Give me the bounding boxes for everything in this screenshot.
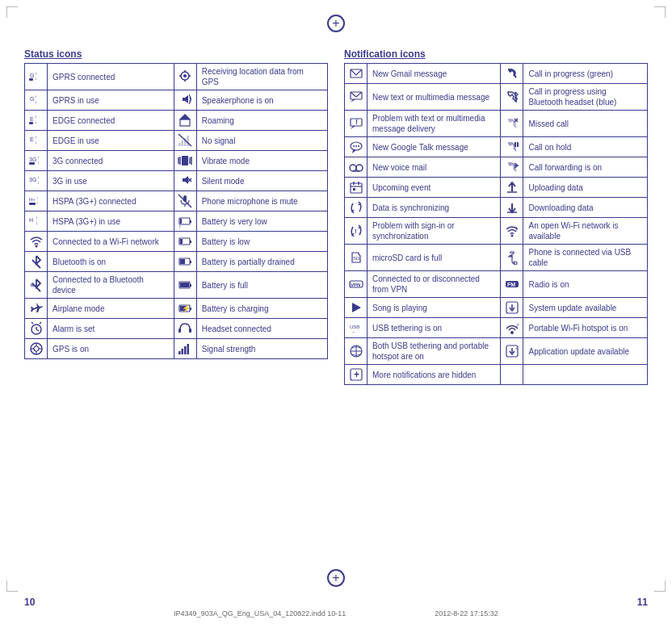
table-row: E ↑ ↓ EDGE connected Roaming — [25, 111, 328, 131]
svg-text:!: ! — [355, 118, 358, 126]
svg-text:VPN: VPN — [351, 283, 360, 287]
svg-text:↓: ↓ — [36, 199, 39, 204]
status-label-edge-connected: EDGE connected — [48, 111, 174, 131]
notif-label-empty — [523, 365, 648, 385]
corner-mark-tl — [6, 6, 18, 18]
table-row: New text or multimedia message Call in p… — [345, 84, 648, 111]
table-row: H+ ↑ ↓ HSPA (3G+) connected — [25, 191, 328, 211]
notif-label-portable-hotspot: Portable Wi-Fi hotspot is on — [523, 318, 648, 338]
notification-icons-title: Notification icons — [344, 48, 648, 60]
svg-text:↗: ↗ — [515, 323, 519, 328]
svg-text:H+: H+ — [29, 197, 36, 202]
status-icon-battery-low — [174, 232, 196, 252]
notif-label-missed-call: Missed call — [523, 111, 648, 137]
svg-rect-44 — [29, 203, 36, 205]
status-icon-alarm — [25, 319, 48, 339]
status-icon-bluetooth-on — [25, 252, 48, 272]
svg-text:↓: ↓ — [37, 160, 40, 165]
table-row: E ↑ ↓ EDGE in use — [25, 131, 328, 151]
status-label-alarm: Alarm is set — [48, 319, 174, 339]
status-label-3g-connected: 3G connected — [48, 151, 174, 171]
status-icons-table: G ↑ ↓ GPRS connected — [24, 63, 328, 359]
notif-icon-sync — [345, 198, 368, 218]
status-label-silent: Silent mode — [196, 171, 327, 191]
status-icon-hspa-connected: H+ ↑ ↓ — [25, 191, 48, 211]
status-icon-edge-connected: E ↑ ↓ — [25, 111, 48, 131]
svg-rect-105 — [351, 183, 362, 193]
notif-label-fm: Radio is on — [523, 271, 648, 298]
table-row: New voice mail Call forwarding is on — [345, 157, 648, 178]
table-row: GPS is on Signal strength — [25, 339, 328, 359]
svg-marker-92 — [351, 126, 355, 129]
svg-text:G: G — [30, 96, 34, 102]
notif-icon-empty — [501, 365, 523, 385]
status-label-battery-low: Battery is low — [196, 232, 327, 252]
table-row: Both USB tethering and portable hotspot … — [345, 338, 648, 365]
status-label-hspa-use: HSPA (3G+) in use — [48, 211, 174, 232]
status-icons-panel: Status icons G ↑ ↓ GPRS connected — [24, 48, 328, 385]
svg-text:+: + — [515, 346, 519, 350]
svg-rect-16 — [29, 122, 33, 124]
notif-label-more: More notifications are hidden — [368, 365, 501, 385]
svg-rect-23 — [182, 140, 184, 146]
notif-label-voicemail: New voice mail — [368, 157, 501, 178]
status-icon-headset — [174, 319, 196, 339]
table-row: 3G ↑ ↓ 3G in use Silent mode — [25, 171, 328, 191]
notif-icon-call-green — [501, 64, 523, 84]
table-row: + More notifications are hidden — [345, 365, 648, 385]
svg-line-74 — [40, 322, 41, 324]
svg-text:!: ! — [515, 226, 517, 232]
notif-label-sync: Data is synchronizing — [368, 198, 501, 218]
svg-line-72 — [36, 329, 39, 331]
compass-top — [327, 15, 345, 32]
notif-icon-sd-full: SD ! — [345, 245, 368, 271]
svg-rect-53 — [180, 219, 182, 224]
status-icon-gps — [25, 339, 48, 359]
status-label-wifi-connected: Connected to a Wi-Fi network — [48, 232, 174, 252]
status-icon-location — [174, 64, 196, 90]
table-row: G ↑ ↓ GPRS in use Speakerphone is o — [25, 90, 328, 111]
status-icon-hspa-use: H ↑ ↓ — [25, 211, 48, 232]
table-row: G ↑ ↓ GPRS connected — [25, 64, 328, 90]
svg-point-62 — [30, 283, 34, 287]
svg-text:~: ~ — [352, 329, 355, 334]
status-icon-battery-charging: ⚡ — [174, 299, 196, 319]
svg-rect-65 — [180, 283, 189, 287]
status-label-no-signal: No signal — [196, 131, 327, 151]
status-icon-battery-full — [174, 272, 196, 299]
status-label-headset: Headset connected — [196, 319, 327, 339]
notif-label-app-update: Application update available — [523, 338, 648, 365]
svg-line-73 — [32, 322, 33, 324]
status-icon-3g-connected: 3G ↑ ↓ — [25, 151, 48, 171]
notif-label-sd-full: microSD card is full — [368, 245, 501, 271]
table-row: Bluetooth is on Battery is partially dra… — [25, 252, 328, 272]
status-label-battery-charging: Battery is charging — [196, 299, 327, 319]
page-number-left: 10 — [24, 597, 35, 608]
svg-point-78 — [34, 346, 39, 351]
notif-label-gtalk: New Google Talk message — [368, 137, 501, 157]
page-numbers: 10 11 — [0, 597, 672, 608]
svg-text:⚡: ⚡ — [182, 304, 191, 313]
table-row: 3G ↑ ↓ 3G connected — [25, 151, 328, 171]
status-label-bluetooth-device: Connected to a Bluetooth device — [48, 272, 174, 299]
notif-icon-download — [501, 198, 523, 218]
svg-rect-83 — [178, 351, 181, 354]
table-row: H ↑ ↓ HSPA (3G+) in use ! — [25, 211, 328, 232]
status-label-roaming: Roaming — [196, 111, 327, 131]
notif-icon-music — [345, 298, 368, 318]
svg-marker-96 — [352, 150, 356, 153]
compass-bottom — [327, 569, 345, 587]
table-row: VPN Connected to or disconnected from VP… — [345, 271, 648, 298]
svg-rect-25 — [187, 136, 190, 146]
svg-rect-101 — [517, 142, 519, 147]
status-icon-roaming — [174, 111, 196, 131]
svg-rect-84 — [182, 349, 184, 354]
svg-rect-22 — [178, 143, 181, 146]
svg-rect-100 — [514, 142, 516, 147]
svg-text:+: + — [354, 369, 359, 380]
notif-label-upload: Uploading data — [523, 178, 648, 198]
status-label-speakerphone: Speakerphone is on — [196, 90, 327, 111]
svg-rect-17 — [180, 119, 190, 126]
table-row: Airplane mode ⚡ Battery is charging — [25, 299, 328, 319]
status-label-bluetooth-on: Bluetooth is on — [48, 252, 174, 272]
